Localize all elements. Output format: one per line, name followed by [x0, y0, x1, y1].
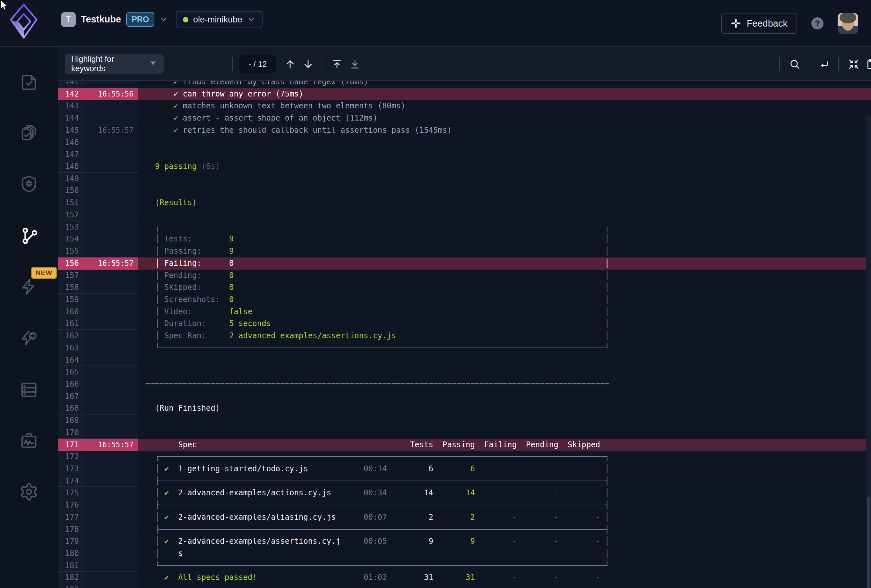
log-line[interactable]: 162 │ Spec Ran: 2-advanced-examples/asse…	[58, 330, 871, 342]
log-line[interactable]: 144 ✓ assert - assert shape of an object…	[58, 112, 871, 124]
log-line[interactable]: 155 │ Passing: 9 │	[58, 245, 871, 257]
log-line[interactable]: 149	[58, 173, 871, 185]
log-line[interactable]: 157 │ Pending: 0 │	[58, 270, 871, 282]
log-line[interactable]: 147	[58, 148, 871, 161]
search-button[interactable]	[789, 58, 801, 70]
log-line[interactable]: 161 │ Duration: 5 seconds │	[58, 318, 871, 330]
log-line[interactable]: 177 │ ✔ 2-advanced-examples/aliasing.cy.…	[58, 511, 871, 524]
log-line[interactable]: 181 └───────────────────────────────────…	[58, 560, 871, 572]
top-header: T Testkube PRO ole-minikube Feedback ?	[0, 0, 871, 47]
log-line[interactable]: 178 ├───────────────────────────────────…	[58, 524, 871, 536]
line-content	[138, 391, 871, 403]
log-line[interactable]: 165	[58, 366, 871, 378]
line-number: 155	[58, 245, 85, 257]
log-line[interactable]: 141 ✓ finds element by class name regex …	[58, 81, 871, 88]
log-scrollbar-thumb[interactable]	[867, 497, 870, 588]
log-line[interactable]: 163 └───────────────────────────────────…	[58, 342, 871, 354]
log-scrollbar-track[interactable]	[866, 115, 871, 588]
line-content	[138, 209, 871, 221]
line-content: ┌───────────────────────────────────────…	[138, 451, 871, 463]
log-line[interactable]: 152	[58, 209, 871, 221]
sidebar-item-executors[interactable]	[10, 169, 48, 199]
org-switcher[interactable]: T Testkube PRO	[61, 12, 168, 27]
log-line[interactable]: 153 ┌───────────────────────────────────…	[58, 221, 871, 233]
log-line[interactable]: 166=====================================…	[58, 378, 871, 391]
line-timestamp	[85, 221, 138, 233]
scroll-to-top-button[interactable]	[331, 58, 343, 70]
log-line[interactable]: 183	[58, 584, 871, 588]
log-line[interactable]: 169	[58, 415, 871, 427]
log-line[interactable]: 182 ✔ All specs passed! 01:02 31 31 - - …	[58, 572, 871, 584]
sidebar-item-settings[interactable]	[10, 477, 48, 507]
search-icon	[789, 58, 801, 70]
highlight-keywords-button[interactable]: Highlight for keywords	[65, 54, 164, 74]
sidebar-item-status-pages[interactable]	[10, 426, 48, 455]
previous-match-button[interactable]	[284, 58, 296, 70]
line-number: 166	[58, 378, 85, 391]
log-line[interactable]: 168 (Run Finished)	[58, 402, 871, 415]
match-counter[interactable]: - / 12	[239, 55, 276, 73]
log-line[interactable]: 17116:55:57 Spec Tests Passing Failing P…	[58, 439, 871, 451]
sidebar-item-sources[interactable]	[10, 375, 48, 404]
log-line[interactable]: 179 │ ✔ 2-advanced-examples/assertions.c…	[58, 536, 871, 548]
line-content: ========================================…	[138, 378, 871, 391]
log-line[interactable]: 14516:55:57 ✓ retries the should callbac…	[58, 124, 871, 137]
line-content: │ ✔ 1-getting-started/todo.cy.js 00:14 6…	[138, 463, 871, 475]
line-timestamp	[85, 318, 138, 330]
line-timestamp	[85, 306, 138, 318]
log-line[interactable]: 175 │ ✔ 2-advanced-examples/actions.cy.j…	[58, 487, 871, 499]
help-button[interactable]: ?	[811, 17, 823, 30]
testkube-logo-icon[interactable]	[10, 3, 38, 39]
toolbar-divider	[779, 57, 780, 71]
log-line[interactable]: 15616:55:57 │ Failing: 0 │	[58, 257, 871, 270]
line-timestamp	[85, 81, 138, 88]
log-toolbar: Highlight for keywords - / 12	[58, 48, 871, 81]
log-line[interactable]: 176 ├───────────────────────────────────…	[58, 499, 871, 511]
scroll-to-bottom-button[interactable]	[349, 58, 361, 70]
log-line[interactable]: 143 ✓ matches unknown text between two e…	[58, 100, 871, 112]
sidebar-item-webhooks[interactable]	[10, 324, 48, 353]
log-line[interactable]: 14216:55:56 ✓ can throw any error (75ms)	[58, 88, 871, 100]
log-line[interactable]: 151 (Results)	[58, 197, 871, 209]
line-content: ✓ can throw any error (75ms)	[138, 88, 871, 100]
next-match-button[interactable]	[302, 58, 314, 70]
log-line[interactable]: 164	[58, 354, 871, 366]
line-number: 150	[58, 185, 85, 197]
sidebar-item-test-suites[interactable]	[10, 118, 48, 148]
sidebar-item-gitops[interactable]	[10, 221, 48, 251]
line-content: │ Tests: 9 │	[138, 233, 871, 245]
line-timestamp	[85, 137, 138, 149]
feedback-button[interactable]: Feedback	[721, 13, 797, 34]
test-file-icon	[19, 72, 39, 92]
collapse-view-button[interactable]	[848, 58, 859, 70]
line-number: 147	[58, 148, 85, 161]
log-line[interactable]: 159 │ Screenshots: 0 │	[58, 294, 871, 306]
copy-log-button[interactable]	[865, 58, 871, 70]
line-timestamp	[85, 536, 138, 548]
log-line[interactable]: 150	[58, 185, 871, 197]
wrap-lines-button[interactable]	[819, 58, 830, 70]
line-content: │ Video: false │	[138, 306, 871, 318]
log-line[interactable]: 180 │ s │	[58, 548, 871, 560]
log-line[interactable]: 154 │ Tests: 9 │	[58, 233, 871, 245]
user-avatar[interactable]	[838, 13, 858, 34]
chevron-down-icon	[160, 15, 168, 24]
log-line[interactable]: 174 ├───────────────────────────────────…	[58, 475, 871, 487]
log-line[interactable]: 158 │ Skipped: 0 │	[58, 282, 871, 294]
log-line[interactable]: 160 │ Video: false │	[58, 306, 871, 318]
log-line[interactable]: 167	[58, 391, 871, 403]
log-line[interactable]: 173 │ ✔ 1-getting-started/todo.cy.js 00:…	[58, 463, 871, 475]
line-content	[138, 366, 871, 378]
sidebar-item-tests[interactable]	[10, 67, 48, 97]
log-line[interactable]: 146	[58, 137, 871, 149]
line-timestamp: 16:55:56	[85, 88, 138, 100]
environment-selector[interactable]: ole-minikube	[176, 11, 262, 28]
line-timestamp	[85, 282, 138, 294]
line-content	[138, 148, 871, 161]
line-number: 153	[58, 221, 85, 233]
log-line[interactable]: 148 9 passing (6s)	[58, 161, 871, 173]
line-content	[138, 427, 871, 439]
log-line[interactable]: 170	[58, 427, 871, 439]
line-number: 158	[58, 282, 85, 294]
log-line[interactable]: 172 ┌───────────────────────────────────…	[58, 451, 871, 463]
